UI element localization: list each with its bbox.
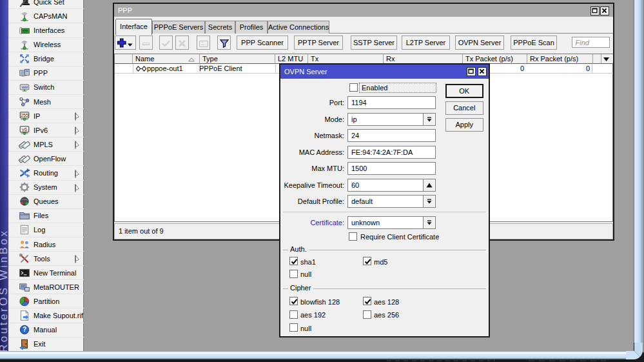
svg-text:255: 255 xyxy=(21,113,28,118)
svg-text:?: ? xyxy=(23,327,26,334)
svg-text:v6: v6 xyxy=(22,126,28,132)
